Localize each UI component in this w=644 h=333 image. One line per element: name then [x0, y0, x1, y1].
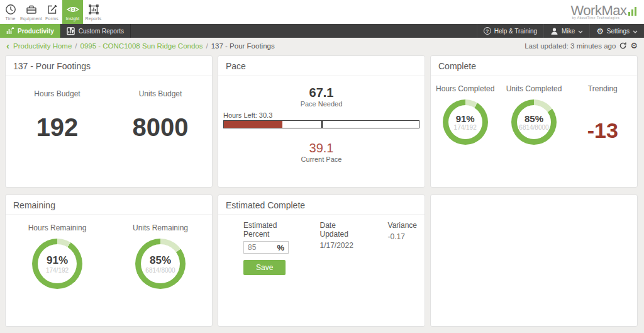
pace-needed-value: 67.1: [223, 86, 419, 100]
nav-settings-label: Settings: [607, 28, 630, 35]
remaining-card: Remaining Hours Remaining 91% 174/192 Un…: [5, 195, 213, 327]
date-updated-label: Date Updated: [319, 221, 357, 239]
clock-icon: [4, 3, 17, 16]
units-remaining-donut: 85% 6814/8000: [135, 239, 186, 289]
hours-budget-label: Hours Budget: [34, 89, 80, 98]
refresh-icon[interactable]: [619, 42, 627, 50]
date-updated-group: Date Updated 1/17/2022: [319, 221, 357, 275]
units-budget-label: Units Budget: [139, 89, 182, 98]
breadcrumb-bar: ‹ Productivity Home / 0995 - CONC1008 Su…: [0, 38, 644, 54]
last-updated-text: Last updated: 3 minutes ago: [525, 42, 616, 50]
estimated-percent-label: Estimated Percent: [243, 221, 293, 239]
date-updated-value: 1/17/2022: [319, 241, 357, 250]
nav-settings-menu[interactable]: ⚙ Settings: [589, 24, 644, 38]
help-icon: ?: [484, 27, 491, 35]
nav-user-label: Mike: [562, 28, 575, 35]
tab-reports-label: Reports: [86, 16, 102, 21]
estimated-card-title: Estimated Complete: [218, 195, 425, 215]
units-completed-donut: 85% 6814/8000: [511, 99, 557, 145]
tab-equipment[interactable]: Equipment: [21, 0, 42, 24]
back-chevron-icon[interactable]: ‹: [6, 41, 9, 50]
tab-forms-label: Forms: [45, 16, 58, 21]
units-completed-label: Units Completed: [506, 84, 562, 93]
nav-user-menu[interactable]: Mike: [543, 24, 589, 38]
pencil-square-icon: [46, 3, 58, 16]
trending-value: -13: [587, 118, 618, 143]
complete-card-title: Complete: [431, 56, 637, 76]
estimated-percent-group: Estimated Percent % Save: [243, 221, 293, 275]
chevron-down-icon: [578, 28, 583, 35]
budget-card-title: 137 - Pour Footings: [6, 56, 212, 76]
chevron-down-icon: [633, 28, 638, 35]
productivity-chart-icon: [6, 27, 14, 35]
tab-insight-label: Insight: [65, 16, 79, 21]
pace-card-title: Pace: [218, 56, 425, 76]
tab-forms[interactable]: Forms: [42, 0, 62, 24]
tab-insight[interactable]: Insight: [62, 0, 83, 24]
breadcrumb-job[interactable]: 0995 - CONC1008 Sun Ridge Condos: [80, 42, 203, 50]
variance-group: Variance -0.17: [388, 221, 417, 275]
current-pace-value: 39.1: [223, 141, 419, 155]
secondary-navbar: Productivity Custom Reports ? Help & Tra…: [0, 24, 644, 38]
hours-completed-pct: 91%: [456, 113, 475, 124]
units-remaining-label: Units Remaining: [133, 223, 188, 232]
pace-bar-fill: [224, 121, 282, 128]
hours-remaining-donut: 91% 174/192: [32, 239, 82, 289]
tab-equipment-label: Equipment: [20, 16, 42, 21]
nav-custom-reports[interactable]: Custom Reports: [60, 24, 131, 38]
gear-icon: ⚙: [596, 27, 604, 35]
breadcrumb-productivity-home[interactable]: Productivity Home: [13, 42, 72, 50]
hours-completed-donut: 91% 174/192: [443, 99, 488, 145]
dashboard-grid: 137 - Pour Footings Hours Budget 192 Uni…: [0, 54, 644, 327]
app-header: Time Equipment Forms Insight Reports Wor…: [0, 0, 644, 24]
nav-help-training[interactable]: ? Help & Training: [477, 24, 543, 38]
hours-completed-detail: 174/192: [454, 124, 477, 131]
complete-card: Complete Hours Completed 91% 174/192 Uni…: [430, 55, 638, 188]
units-remaining-pct: 85%: [150, 254, 171, 267]
eye-icon: [66, 3, 80, 16]
remaining-card-title: Remaining: [6, 195, 212, 215]
budget-card: 137 - Pour Footings Hours Budget 192 Uni…: [5, 55, 213, 188]
hours-remaining-pct: 91%: [47, 254, 68, 267]
navbar-right-group: ? Help & Training Mike ⚙ Settings: [477, 24, 644, 38]
units-completed-detail: 6814/8000: [519, 124, 548, 131]
nav-custom-reports-label: Custom Reports: [79, 28, 124, 35]
breadcrumb-separator: /: [206, 42, 208, 50]
save-button[interactable]: Save: [243, 260, 286, 275]
variance-value: -0.17: [388, 232, 417, 241]
estimated-percent-input[interactable]: [248, 243, 270, 252]
estimated-percent-input-wrap: %: [243, 241, 289, 254]
dashboard-settings-gear-icon[interactable]: ⚙: [630, 42, 638, 50]
tab-reports[interactable]: Reports: [83, 0, 104, 24]
variance-label: Variance: [388, 221, 417, 230]
workmax-logo: WorkMax by AboutTime Technologies: [571, 0, 644, 24]
briefcase-icon: [25, 3, 38, 16]
pace-progress-bar: [223, 120, 419, 128]
breadcrumb-separator: /: [75, 42, 77, 50]
current-pace-label: Current Pace: [223, 155, 419, 163]
logo-main-text: WorkMax: [571, 4, 627, 17]
logo-bars-icon: [628, 7, 637, 16]
hours-left-label: Hours Left: 30.3: [223, 111, 419, 119]
percent-symbol: %: [277, 243, 284, 252]
custom-reports-icon: [67, 27, 75, 35]
units-budget-value: 8000: [133, 113, 189, 142]
hours-completed-label: Hours Completed: [436, 84, 494, 93]
empty-card: [430, 195, 638, 327]
breadcrumb-current-task: 137 - Pour Footings: [211, 42, 275, 50]
tab-time-label: Time: [5, 16, 15, 21]
trending-label: Trending: [588, 84, 618, 93]
logo-sub-text: by AboutTime Technologies: [572, 16, 620, 20]
hours-remaining-detail: 174/192: [46, 267, 69, 274]
units-remaining-detail: 6814/8000: [145, 267, 175, 274]
nav-productivity-label: Productivity: [18, 28, 54, 35]
pace-needed-tick: [321, 121, 323, 128]
user-icon: [550, 27, 558, 35]
pace-card: Pace 67.1 Pace Needed Hours Left: 30.3 3…: [218, 55, 425, 188]
nav-productivity[interactable]: Productivity: [0, 24, 60, 38]
hours-budget-value: 192: [36, 113, 79, 142]
nav-help-label: Help & Training: [494, 28, 537, 35]
units-completed-pct: 85%: [525, 113, 543, 124]
tab-time[interactable]: Time: [0, 0, 21, 24]
chart-frame-icon: [87, 3, 100, 16]
